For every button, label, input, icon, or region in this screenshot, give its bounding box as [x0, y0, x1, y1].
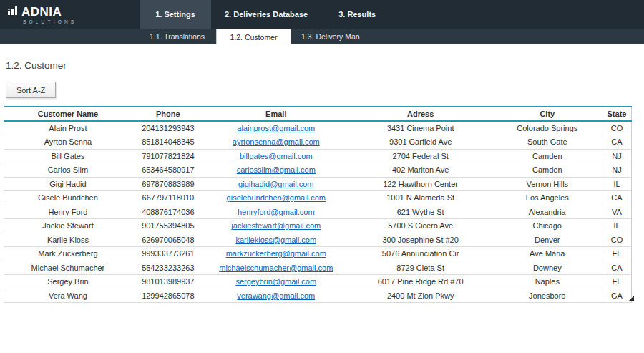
- address-cell: 122 Hawthorn Center: [348, 177, 493, 191]
- subtab-customer[interactable]: 1.2. Customer: [216, 29, 291, 44]
- city-cell: Denver: [493, 233, 602, 247]
- email-cell: sergeybrin@gmail.com: [204, 275, 348, 289]
- subtab-translations[interactable]: 1.1. Translations: [140, 29, 215, 44]
- city-cell: Downey: [493, 261, 602, 275]
- email-cell: michaelschumacher@gmail.com: [204, 261, 348, 275]
- city-cell: Chicago: [493, 219, 602, 233]
- customer-table-container: Customer NamePhoneEmailAdressCityState A…: [4, 106, 632, 303]
- adnia-logo: ADNIA SOLUTIONS: [7, 4, 114, 25]
- phone-cell: 554233233263: [132, 261, 204, 275]
- email-cell: gigihadid@gmail.com: [204, 177, 348, 191]
- table-row: Ayrton Senna851814048345ayrtonsenna@gmai…: [4, 135, 632, 150]
- email-cell: giselebündchen@gmail.com: [204, 191, 348, 205]
- customer-name-cell: Sergey Brin: [4, 275, 132, 289]
- email-link[interactable]: henryford@gmail.com: [238, 208, 315, 216]
- email-link[interactable]: ayrtonsenna@gmail.com: [233, 137, 320, 146]
- email-link[interactable]: gigihadid@gmail.com: [238, 180, 313, 188]
- scroll-arrow-icon[interactable]: [629, 296, 634, 301]
- table-header-row: Customer NamePhoneEmailAdressCityState: [4, 107, 632, 121]
- city-cell: Naples: [493, 275, 602, 289]
- email-link[interactable]: karliekloss@gmail.com: [235, 236, 316, 244]
- customer-name-cell: Carlos Slim: [4, 163, 132, 178]
- customer-name-cell: Gisele Bündchen: [4, 191, 132, 205]
- city-cell: Vernon Hills: [493, 177, 602, 191]
- city-cell: South Gate: [493, 135, 602, 150]
- email-link[interactable]: michaelschumacher@gmail.com: [219, 263, 333, 272]
- tab-results[interactable]: 3. Results: [321, 0, 393, 29]
- customer-name-cell: Henry Ford: [4, 205, 132, 219]
- column-header: Adress: [348, 107, 493, 121]
- phone-cell: 626970065048: [132, 233, 204, 247]
- sort-az-button[interactable]: Sort A-Z: [6, 82, 56, 98]
- email-cell: billgates@gmail.com: [204, 149, 348, 163]
- email-link[interactable]: verawang@gmail.com: [237, 291, 315, 300]
- city-cell: Jonesboro: [493, 289, 602, 303]
- table-row: Carlos Slim653464580917carlosslim@gmail.…: [4, 163, 632, 178]
- state-cell: CO: [602, 121, 631, 135]
- table-row: Gisele Bündchen667797118010giselebündche…: [4, 191, 632, 205]
- email-cell: carlosslim@gmail.com: [204, 163, 348, 178]
- phone-cell: 851814048345: [132, 135, 204, 150]
- table-row: Henry Ford408876174036henryford@gmail.co…: [4, 205, 632, 219]
- state-cell: FL: [602, 247, 631, 261]
- address-cell: 8729 Cleta St: [348, 261, 493, 275]
- tab-deliveries-database[interactable]: 2. Deliveries Database: [215, 0, 318, 29]
- state-cell: CA: [602, 135, 631, 150]
- city-cell: Ave Maria: [493, 247, 602, 261]
- email-link[interactable]: sergeybrin@gmail.com: [235, 277, 316, 286]
- city-cell: Camden: [493, 149, 602, 163]
- tab-settings[interactable]: 1. Settings: [140, 0, 211, 29]
- address-cell: 621 Wythe St: [348, 205, 493, 219]
- state-cell: IL: [602, 177, 631, 191]
- phone-cell: 667797118010: [132, 191, 204, 205]
- city-cell: Alexandria: [493, 205, 602, 219]
- customer-table: Customer NamePhoneEmailAdressCityState A…: [4, 106, 632, 303]
- city-cell: Los Angeles: [493, 191, 602, 205]
- phone-cell: 653464580917: [132, 163, 204, 178]
- phone-cell: 129942865078: [132, 289, 204, 303]
- address-cell: 3431 Cinema Point: [348, 121, 493, 135]
- customer-table-body: Alain Prost204131293943alainprost@gmail.…: [4, 121, 632, 303]
- address-cell: 5700 S Cicero Ave: [348, 219, 493, 233]
- phone-cell: 999333773261: [132, 247, 204, 261]
- column-header: Email: [204, 107, 348, 121]
- customer-name-cell: Vera Wang: [4, 289, 132, 303]
- email-link[interactable]: alainprost@gmail.com: [237, 124, 315, 132]
- email-link[interactable]: jackiestewart@gmail.com: [231, 221, 321, 230]
- email-link[interactable]: carlosslim@gmail.com: [237, 165, 316, 174]
- email-cell: markzuckerberg@gmail.com: [204, 247, 348, 261]
- email-cell: henryford@gmail.com: [204, 205, 348, 219]
- state-cell: IL: [602, 219, 631, 233]
- address-cell: 6017 Pine Ridge Rd #70: [348, 275, 493, 289]
- customer-name-cell: Karlie Kloss: [4, 233, 132, 247]
- customer-name-cell: Michael Schumacher: [4, 261, 132, 275]
- brand-tagline: SOLUTIONS: [23, 20, 114, 25]
- phone-cell: 697870883989: [132, 177, 204, 191]
- table-row: Jackie Stewart901755394805jackiestewart@…: [4, 219, 632, 233]
- phone-cell: 204131293943: [132, 121, 204, 135]
- phone-cell: 901755394805: [132, 219, 204, 233]
- city-cell: Colorado Springs: [493, 121, 602, 135]
- email-cell: karliekloss@gmail.com: [204, 233, 348, 247]
- state-cell: CO: [602, 233, 631, 247]
- email-cell: alainprost@gmail.com: [204, 121, 348, 135]
- email-link[interactable]: billgates@gmail.com: [240, 152, 313, 160]
- email-link[interactable]: giselebündchen@gmail.com: [227, 193, 326, 202]
- email-link[interactable]: markzuckerberg@gmail.com: [226, 249, 326, 258]
- table-row: Michael Schumacher554233233263michaelsch…: [4, 261, 632, 275]
- state-cell: FL: [602, 275, 631, 289]
- city-cell: Camden: [493, 163, 602, 178]
- address-cell: 9301 Garfield Ave: [348, 135, 493, 150]
- address-cell: 5076 Annunciation Cir: [348, 247, 493, 261]
- address-cell: 300 Josephine St #20: [348, 233, 493, 247]
- table-row: Bill Gates791077821824billgates@gmail.co…: [4, 149, 632, 163]
- address-cell: 1001 N Alameda St: [348, 191, 493, 205]
- table-row: Karlie Kloss626970065048karliekloss@gmai…: [4, 233, 632, 247]
- address-cell: 2704 Federal St: [348, 149, 493, 163]
- top-header-bar: ADNIA SOLUTIONS 1. Settings 2. Deliverie…: [0, 0, 644, 29]
- subtab-delivery-man[interactable]: 1.3. Delivery Man: [293, 29, 369, 44]
- column-header: Customer Name: [4, 107, 132, 121]
- email-cell: verawang@gmail.com: [204, 289, 348, 303]
- column-header: State: [602, 107, 631, 121]
- table-row: Vera Wang129942865078verawang@gmail.com2…: [4, 289, 632, 303]
